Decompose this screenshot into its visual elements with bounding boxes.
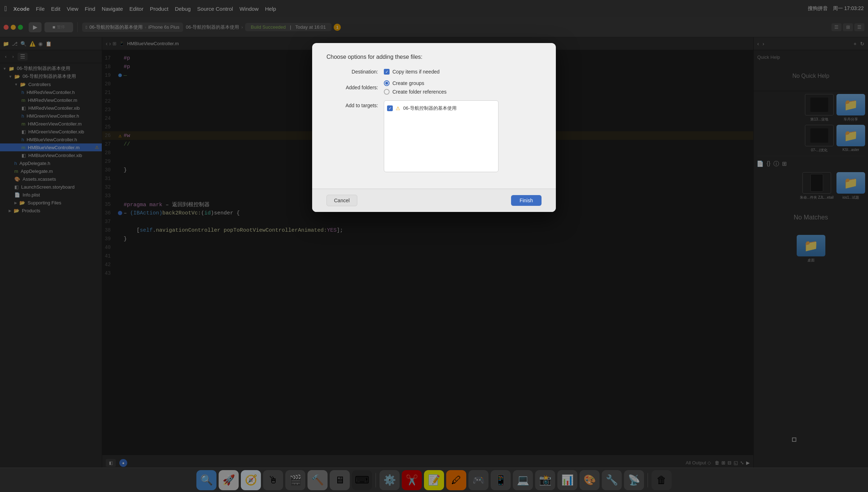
target-warning-icon: ⚠ [396, 105, 400, 111]
target-name-1: 06-导航控制器的基本使用 [403, 105, 457, 112]
modal-folders-label: Added folders: [326, 85, 384, 90]
radio-groups-label: Create groups [392, 80, 424, 86]
targets-box[interactable]: ✓ ⚠ 06-导航控制器的基本使用 [384, 100, 499, 172]
modal-folders-row: Added folders: Create groups Create fold… [326, 80, 542, 95]
radio-create-groups[interactable] [384, 80, 390, 86]
add-files-modal: Choose options for adding these files: D… [312, 43, 556, 212]
modal-folders-options: Create groups Create folder references [384, 80, 447, 95]
modal-overlay[interactable]: Choose options for adding these files: D… [0, 0, 868, 492]
target-checkbox-1[interactable]: ✓ [387, 105, 393, 111]
modal-targets-row: Add to targets: ✓ ⚠ 06-导航控制器的基本使用 [326, 100, 542, 172]
finish-button[interactable]: Finish [511, 195, 542, 206]
radio-folder-refs[interactable] [384, 89, 390, 95]
cancel-button[interactable]: Cancel [326, 195, 357, 206]
modal-title: Choose options for adding these files: [326, 54, 542, 60]
radio-references-label: Create folder references [392, 89, 447, 95]
destination-value: Copy items if needed [392, 69, 440, 75]
destination-checkbox[interactable]: ✓ [384, 69, 390, 75]
modal-destination-control: ✓ Copy items if needed [384, 69, 440, 75]
modal-destination-row: Destination: ✓ Copy items if needed [326, 69, 542, 75]
modal-targets-label: Add to targets: [326, 100, 384, 108]
modal-radio-references[interactable]: Create folder references [384, 89, 447, 95]
modal-radio-groups[interactable]: Create groups [384, 80, 447, 86]
modal-footer: Cancel Finish [312, 189, 556, 212]
modal-body: Choose options for adding these files: D… [312, 43, 556, 189]
target-item-1: ✓ ⚠ 06-导航控制器的基本使用 [387, 104, 495, 113]
modal-destination-label: Destination: [326, 69, 384, 75]
